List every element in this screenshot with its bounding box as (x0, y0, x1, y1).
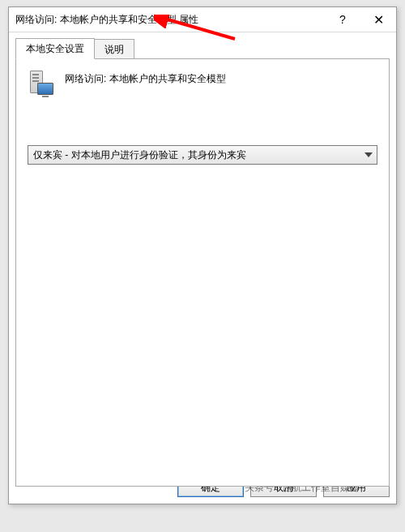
server-icon (28, 71, 53, 97)
heading-text: 网络访问: 本地帐户的共享和安全模型 (65, 71, 226, 86)
tab-label: 本地安全设置 (26, 43, 84, 54)
heading-row: 网络访问: 本地帐户的共享和安全模型 (16, 59, 389, 97)
tab-label: 说明 (104, 44, 124, 55)
help-button[interactable]: ? (325, 7, 360, 32)
dropdown-wrap: 仅来宾 - 对本地用户进行身份验证，其身份为来宾 (28, 145, 377, 165)
dropdown-selected-text: 仅来宾 - 对本地用户进行身份验证，其身份为来宾 (28, 148, 360, 162)
close-button[interactable]: ✕ (360, 7, 396, 32)
tab-local-security-settings[interactable]: 本地安全设置 (15, 38, 95, 59)
model-dropdown[interactable]: 仅来宾 - 对本地用户进行身份验证，其身份为来宾 (28, 145, 377, 165)
titlebar: 网络访问: 本地帐户的共享和安全模型 属性 ? ✕ (9, 7, 396, 32)
tab-explanation[interactable]: 说明 (94, 39, 134, 59)
tab-row: 本地安全设置 说明 (15, 39, 390, 58)
tab-panel: 网络访问: 本地帐户的共享和安全模型 仅来宾 - 对本地用户进行身份验证，其身份… (15, 58, 390, 487)
close-icon: ✕ (373, 12, 384, 28)
help-icon: ? (339, 13, 346, 26)
tab-header-area: 本地安全设置 说明 (9, 32, 396, 58)
dialog-title: 网络访问: 本地帐户的共享和安全模型 属性 (9, 13, 325, 27)
chevron-down-icon (360, 146, 377, 164)
properties-dialog: 网络访问: 本地帐户的共享和安全模型 属性 ? ✕ 本地安全设置 说明 网络访问… (8, 6, 397, 504)
